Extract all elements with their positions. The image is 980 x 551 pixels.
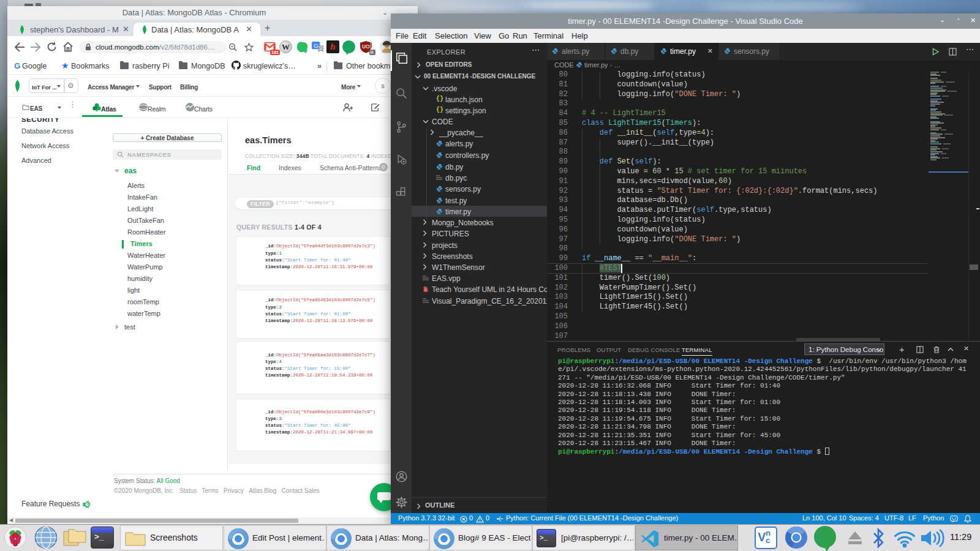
svg-text:文: 文 [318, 45, 323, 51]
svg-text:UO: UO [362, 43, 370, 50]
svg-text:G: G [314, 42, 318, 49]
